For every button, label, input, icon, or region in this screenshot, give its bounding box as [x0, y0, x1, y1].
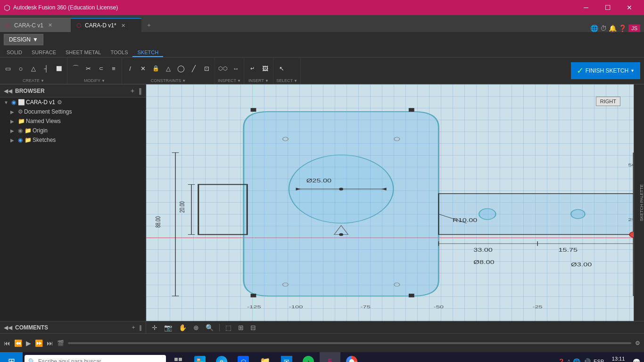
corner-handle-tr[interactable] — [409, 108, 414, 112]
trim-tool[interactable]: ✂ — [82, 62, 94, 74]
right-rect[interactable] — [438, 194, 634, 235]
grid-settings-btn[interactable]: ⊞ — [236, 323, 246, 332]
taskbar-fusion[interactable]: F — [320, 352, 340, 362]
circle-tool[interactable]: ○ — [15, 62, 27, 74]
sketch-palette-label[interactable]: SKETCH PALETTE — [639, 181, 644, 225]
browser-collapse[interactable]: ‖ — [139, 87, 142, 95]
timeline-play[interactable]: ▶ — [26, 339, 31, 347]
zoom-window-btn[interactable]: 🔍 — [204, 323, 215, 332]
corner-handle-tl[interactable] — [251, 108, 256, 112]
line-tool[interactable]: ┤ — [40, 62, 52, 74]
taskbar-task-view[interactable] — [168, 352, 189, 362]
tab-sketch[interactable]: SKETCH — [132, 49, 163, 57]
tab-user-icon[interactable]: JS — [628, 25, 640, 32]
camera-btn[interactable]: 📷 — [162, 323, 174, 332]
taskbar-store[interactable]: 🏪 — [190, 352, 210, 362]
lock-constraint[interactable]: 🔒 — [149, 62, 162, 74]
timeline-end[interactable]: ⏭ — [47, 339, 53, 347]
insert-chevron[interactable]: ▼ — [265, 79, 269, 83]
tab-tools[interactable]: TOOLS — [106, 49, 132, 57]
ruler-tool[interactable]: ↔ — [230, 62, 242, 74]
small-right-circle-2[interactable] — [571, 209, 585, 218]
select-chevron[interactable]: ▼ — [294, 79, 297, 83]
tray-help[interactable]: ❓ — [558, 359, 565, 362]
sketch-svg[interactable]: -125 -100 -75 -50 -25 50 25 Ø25.00 R10.0… — [146, 84, 634, 321]
tree-origin[interactable]: ▶ ◉ 📁 Origin — [0, 126, 146, 135]
tree-doc-settings[interactable]: ▶ ⚙ Document Settings — [0, 107, 146, 116]
tab-notification-icon[interactable]: 🔔 — [609, 25, 617, 32]
tab-cara-c-close[interactable]: ✕ — [47, 21, 53, 29]
insert-dxf[interactable]: ↵ — [246, 62, 258, 74]
tab-solid[interactable]: SOLID — [2, 49, 27, 57]
tab-cara-d-close[interactable]: ✕ — [120, 22, 126, 30]
tray-expand[interactable]: ^ — [568, 359, 570, 362]
taskbar-mail[interactable]: ✉ — [276, 352, 297, 362]
modify-chevron[interactable]: ▼ — [101, 79, 105, 83]
tab-help-icon[interactable]: ❓ — [619, 25, 627, 32]
tab-history-icon[interactable]: ⏱ — [600, 25, 607, 32]
display-settings-btn[interactable]: ⬚ — [223, 323, 233, 332]
arc-tool[interactable]: △ — [27, 62, 40, 74]
tab-surface[interactable]: SURFACE — [27, 49, 61, 57]
timeline-prev[interactable]: ⏪ — [14, 339, 22, 347]
sketches-visibility-icon[interactable]: ◉ — [18, 137, 23, 143]
rect-constraint[interactable]: ⊡ — [200, 62, 213, 74]
tab-cara-d[interactable]: ⬡ CARA-D v1* ✕ — [71, 18, 141, 32]
taskbar-dropbox[interactable]: ⬡ — [233, 352, 254, 362]
root-visibility-icon[interactable]: ◉ — [11, 99, 16, 106]
constraints-chevron[interactable]: ▼ — [182, 79, 186, 83]
timeline-next[interactable]: ⏩ — [35, 339, 43, 347]
design-dropdown[interactable]: DESIGN ▼ — [4, 34, 43, 45]
inspect-chevron[interactable]: ▼ — [237, 79, 241, 83]
taskbar-start-button[interactable]: ⊞ — [0, 352, 23, 362]
tree-named-views[interactable]: ▶ 📁 Named Views — [0, 116, 146, 126]
point-tool[interactable]: ⬜ — [53, 62, 65, 74]
maximize-button[interactable]: ☐ — [597, 0, 619, 15]
tray-volume[interactable]: 🔊 — [583, 358, 591, 362]
comments-expand[interactable]: ◀◀ — [4, 324, 12, 331]
view-settings-btn[interactable]: ⊟ — [248, 323, 258, 332]
origin-visibility-icon[interactable]: ◉ — [18, 127, 23, 134]
tab-sheet-metal[interactable]: SHEET METAL — [61, 49, 106, 57]
move-gizmo-btn[interactable]: ✛ — [150, 323, 159, 332]
circle-constraint[interactable]: ◯ — [175, 62, 187, 74]
root-settings-icon[interactable]: ⚙ — [57, 99, 62, 106]
corner-handle-br[interactable] — [409, 294, 414, 297]
tree-sketches[interactable]: ▶ ◉ 📁 Sketches — [0, 135, 146, 145]
tree-root[interactable]: ▼ ◉ ⬜ CARA-D v1 ⚙ — [0, 98, 146, 107]
rectangle-tool[interactable]: ▭ — [2, 62, 14, 74]
hand-btn[interactable]: ✋ — [177, 323, 189, 332]
browser-back[interactable]: ◀◀ — [4, 88, 12, 94]
close-button[interactable]: ✕ — [619, 0, 640, 15]
select-tool[interactable]: ↖ — [275, 62, 288, 74]
tab-network-icon[interactable]: 🌐 — [590, 25, 598, 32]
tray-notification[interactable]: 💬 — [633, 358, 640, 362]
fillet-tool[interactable]: ⌒ — [69, 62, 82, 74]
taskbar-spotify[interactable]: ♪ — [298, 352, 319, 362]
canvas-area[interactable]: RIGHT — [146, 84, 634, 321]
line-constraint[interactable]: / — [124, 62, 136, 74]
corner-handle-bl[interactable] — [251, 294, 256, 297]
tab-cara-c[interactable]: ⬡ CARA-C v1 ✕ — [0, 18, 71, 32]
taskbar-search-box[interactable]: 🔍 — [25, 355, 166, 362]
insert-image[interactable]: 🖼 — [259, 62, 271, 74]
comments-collapse[interactable]: ‖ — [139, 324, 142, 331]
small-right-circle-1[interactable] — [479, 209, 495, 220]
tangent-constraint[interactable]: ╱ — [188, 62, 200, 74]
timeline-settings[interactable]: ⚙ — [635, 340, 640, 346]
timeline-track[interactable] — [68, 342, 631, 344]
minimize-button[interactable]: ─ — [575, 0, 597, 15]
taskbar-edge[interactable]: e — [211, 352, 232, 362]
browser-expand[interactable]: ＋ — [129, 87, 136, 95]
measure-tool[interactable]: ⬡⬡ — [217, 62, 229, 74]
tray-network[interactable]: 🌐 — [573, 358, 580, 362]
mirror-tool[interactable]: ≡ — [107, 62, 120, 74]
timeline-camera[interactable]: 🎬 — [57, 340, 64, 346]
taskbar-chrome[interactable] — [341, 352, 362, 362]
comments-add[interactable]: ＋ — [131, 323, 136, 331]
zoom-fit-btn[interactable]: ⊕ — [191, 323, 201, 332]
timeline-rewind[interactable]: ⏮ — [4, 339, 10, 347]
offset-tool[interactable]: ⊂ — [95, 62, 107, 74]
tab-add-button[interactable]: ＋ — [141, 18, 157, 32]
left-rect-outline[interactable] — [198, 184, 247, 234]
